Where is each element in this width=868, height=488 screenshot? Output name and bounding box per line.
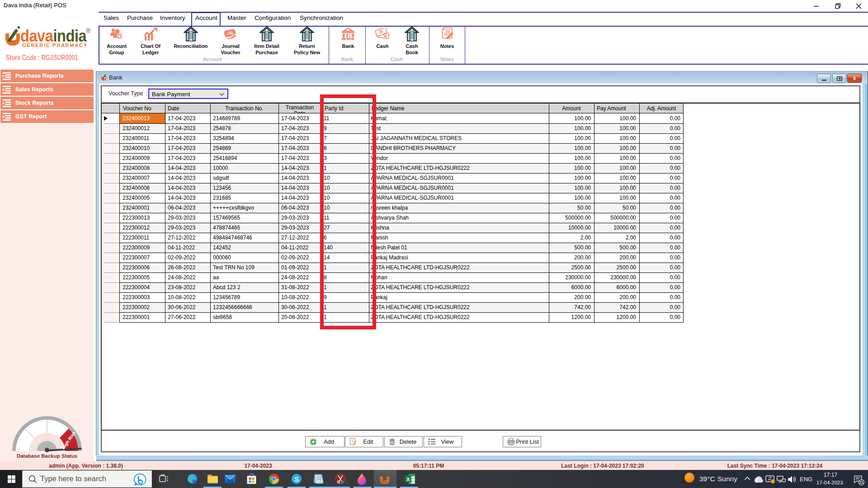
svg-text:S: S <box>294 475 299 483</box>
svg-text:21: 21 <box>859 480 864 484</box>
svg-text:X: X <box>406 477 410 482</box>
